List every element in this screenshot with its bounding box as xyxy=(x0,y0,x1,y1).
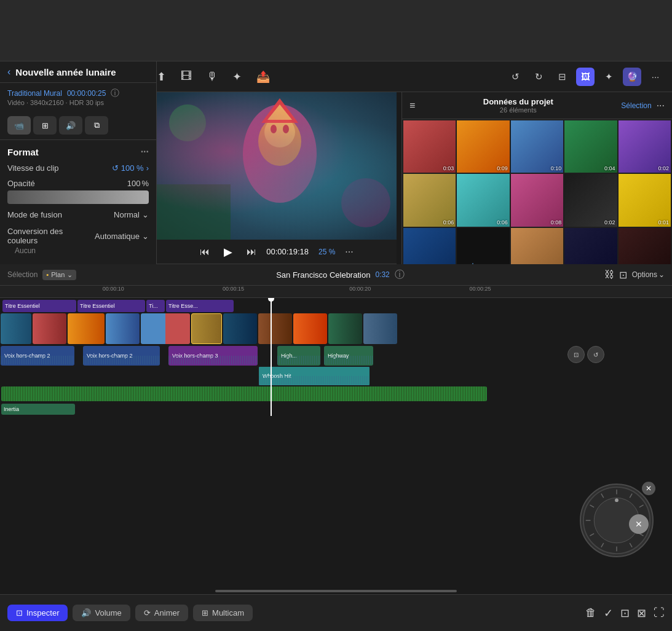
multicam-button[interactable]: ⊞ Multicam xyxy=(193,605,253,621)
magic-button[interactable]: ✦ xyxy=(232,70,242,84)
camera-button[interactable]: 🎞 xyxy=(181,70,192,83)
info-icon-timeline[interactable]: ⓘ xyxy=(395,268,405,281)
media-thumb[interactable]: 0:04 xyxy=(564,120,617,173)
export-button[interactable]: 📤 xyxy=(256,70,270,84)
title-clip-2[interactable]: Titre Essentiel xyxy=(77,300,145,312)
main-toolbar: ⬆ 🎞 🎙 ✦ 📤 xyxy=(157,61,269,92)
delete-button[interactable]: 🗑 xyxy=(585,606,596,619)
video-clip-7[interactable] xyxy=(258,313,292,344)
skip-back-button[interactable]: ⏮ xyxy=(200,246,210,257)
more-right-button[interactable]: ··· xyxy=(646,68,665,86)
waveform-2 xyxy=(83,356,160,364)
audio-clip-high2[interactable]: Highway xyxy=(324,346,373,366)
opacity-slider[interactable] xyxy=(7,190,149,204)
media-thumb[interactable]: 0:09 xyxy=(457,120,509,173)
title-track: Titre Essentiel Titre Essentiel Ti... Ti… xyxy=(0,298,672,313)
crop-button[interactable]: ⊠ xyxy=(637,606,646,620)
info-icon[interactable]: ⓘ xyxy=(111,88,119,99)
title-clip-3[interactable]: Ti... xyxy=(146,300,165,312)
media-thumb[interactable]: 0:06 xyxy=(403,174,456,226)
top-bar xyxy=(0,0,672,61)
selection-label: Sélection xyxy=(7,270,38,279)
music-clip[interactable] xyxy=(1,386,487,401)
tab-audio[interactable]: 🔊 xyxy=(59,116,82,135)
title-clip-4[interactable]: Titre Esse... xyxy=(166,300,234,312)
color-conversion: Conversion des couleurs Automatique ⌄ Au… xyxy=(0,223,156,260)
media-more-button[interactable]: ··· xyxy=(657,100,665,111)
video-clip-selected[interactable] xyxy=(191,313,222,344)
filter-button[interactable]: ≡ xyxy=(409,100,415,111)
media-thumb[interactable]: 0:01 xyxy=(619,174,671,226)
blend-arrow: ⌄ xyxy=(142,210,149,219)
video-clip-1[interactable] xyxy=(1,313,31,344)
clip-main-title: San Francisco Celebration xyxy=(276,270,370,280)
audio-clip-whoosh[interactable]: Whoosh Hit xyxy=(259,367,370,385)
share-button[interactable]: ⬆ xyxy=(157,70,166,84)
audio-clip-voix2[interactable]: Voix hors-champ 2 xyxy=(83,346,160,366)
audio-clip-high1[interactable]: High... xyxy=(277,346,320,366)
plan-button[interactable]: ▪ Plan ⌄ xyxy=(42,270,76,280)
undo-button[interactable]: ↺ xyxy=(506,68,524,86)
scroll-indicator[interactable] xyxy=(215,590,457,592)
playback-more-button[interactable]: ··· xyxy=(345,246,353,257)
options-button[interactable]: Options ⌄ xyxy=(632,270,665,279)
audio-clip-voix3[interactable]: Voix hors-champ 3 xyxy=(168,346,258,366)
yellow-close-button[interactable]: ✕ xyxy=(629,514,649,534)
fullscreen-button[interactable]: ⛶ xyxy=(654,606,665,619)
selection-button[interactable]: Sélection xyxy=(621,101,651,110)
video-clip-5[interactable] xyxy=(141,313,190,344)
playhead xyxy=(271,298,272,416)
mic-button[interactable]: 🎙 xyxy=(207,70,218,83)
animer-icon: ⟳ xyxy=(144,608,151,617)
scrubber-icon-2[interactable]: ↺ xyxy=(587,346,604,363)
video-clip-4[interactable] xyxy=(106,313,140,344)
audio-clip-voix1[interactable]: Voix hors-champ 2 xyxy=(1,346,74,366)
inertia-clip[interactable]: Inertia xyxy=(1,404,75,415)
video-clip-9[interactable] xyxy=(328,313,362,344)
close-scrubber-button[interactable]: ✕ xyxy=(642,482,655,495)
scrubber-x-overlay: ✕ xyxy=(629,514,649,534)
color-button[interactable]: 🔮 xyxy=(623,68,641,86)
video-clip-10[interactable] xyxy=(363,313,397,344)
blend-value: Normal xyxy=(114,210,140,219)
play-button[interactable]: ▶ xyxy=(219,243,237,261)
scrubber-icon-1[interactable]: ⊡ xyxy=(567,346,585,363)
ruler-mark-3: 00:00:20 xyxy=(349,286,371,292)
media-thumb[interactable]: 0:10 xyxy=(511,120,563,173)
animer-button[interactable]: ⟳ Animer xyxy=(135,605,188,621)
music-waveform xyxy=(1,386,487,401)
media-thumb[interactable]: 0:06 xyxy=(457,174,509,226)
speed-icon: ↺ xyxy=(112,163,119,173)
title-clip-1[interactable]: Titre Essentiel xyxy=(2,300,76,312)
waveform-4 xyxy=(277,356,320,364)
format-options-icon[interactable]: ··· xyxy=(141,146,149,157)
media-thumb[interactable]: 0:03 xyxy=(403,120,456,173)
tab-video[interactable]: 📹 xyxy=(7,116,31,135)
scene-icon[interactable]: ⛓ xyxy=(604,269,614,280)
skip-forward-button[interactable]: ⏭ xyxy=(247,246,256,257)
media-thumb[interactable]: 0:02 xyxy=(564,174,617,226)
grid-button[interactable]: ⊟ xyxy=(553,68,571,86)
timecode-display: 00:00:19:18 xyxy=(266,247,309,256)
check-button[interactable]: ✓ xyxy=(604,606,613,620)
photo-button[interactable]: 🖼 xyxy=(576,68,595,86)
redo-button[interactable]: ↻ xyxy=(529,68,548,86)
ruler-container: 00:00:10 00:00:15 00:00:20 00:00:25 xyxy=(2,286,670,297)
tab-transform[interactable]: ⊞ xyxy=(33,116,57,135)
video-clip-6[interactable] xyxy=(223,313,257,344)
volume-button[interactable]: 🔊 Volume xyxy=(73,605,130,621)
effects-button[interactable]: ✦ xyxy=(599,68,618,86)
tab-effects[interactable]: ⧉ xyxy=(85,116,108,135)
back-button[interactable]: ‹ xyxy=(7,66,10,77)
trim-icon[interactable]: ⊡ xyxy=(619,269,627,281)
inspecter-button[interactable]: ⊡ Inspecter xyxy=(7,605,68,621)
color-conv-arrow: ⌄ xyxy=(142,232,149,241)
clip-time: 00:00:00:25 xyxy=(67,89,106,98)
media-thumb[interactable]: 0:08 xyxy=(511,174,563,226)
video-clip-3[interactable] xyxy=(68,313,105,344)
media-thumb[interactable]: 0:02 xyxy=(619,120,671,173)
video-clip-8[interactable] xyxy=(293,313,327,344)
video-clip-2[interactable] xyxy=(33,313,66,344)
timeline-ruler[interactable]: 00:00:10 00:00:15 00:00:20 00:00:25 xyxy=(0,286,672,298)
trim-bottom-button[interactable]: ⊡ xyxy=(620,606,630,620)
